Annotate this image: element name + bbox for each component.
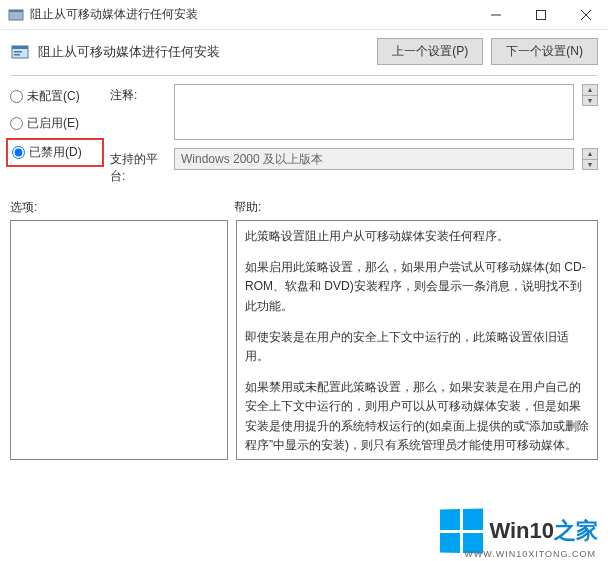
comment-input[interactable] — [174, 84, 574, 140]
comment-label: 注释: — [110, 84, 166, 104]
windows-logo-icon — [440, 508, 483, 553]
next-setting-button[interactable]: 下一个设置(N) — [491, 38, 598, 65]
svg-rect-3 — [536, 10, 545, 19]
watermark-url: WWW.WIN10XITONG.COM — [464, 549, 596, 559]
maximize-button[interactable] — [518, 0, 563, 29]
help-label: 帮助: — [234, 199, 598, 216]
policy-icon — [10, 42, 30, 62]
comment-spin[interactable]: ▲▼ — [582, 84, 598, 106]
platform-value: Windows 2000 及以上版本 — [174, 148, 574, 170]
highlight-box: 已禁用(D) — [6, 138, 104, 167]
options-pane[interactable] — [10, 220, 228, 460]
app-icon — [8, 7, 24, 23]
fields-column: 注释: ▲▼ 支持的平台: Windows 2000 及以上版本 ▲▼ — [110, 84, 598, 185]
radio-disabled-input[interactable] — [12, 146, 25, 159]
platform-row: 支持的平台: Windows 2000 及以上版本 ▲▼ — [110, 148, 598, 185]
radio-not-configured[interactable]: 未配置(C) — [10, 88, 98, 105]
radio-enabled-label: 已启用(E) — [27, 115, 79, 132]
platform-spin[interactable]: ▲▼ — [582, 148, 598, 170]
section-labels: 选项: 帮助: — [0, 185, 608, 220]
window-title: 阻止从可移动媒体进行任何安装 — [30, 6, 473, 23]
radio-disabled-label: 已禁用(D) — [29, 144, 82, 161]
help-p1: 此策略设置阻止用户从可移动媒体安装任何程序。 — [245, 227, 589, 246]
comment-row: 注释: ▲▼ — [110, 84, 598, 140]
window-controls — [473, 0, 608, 29]
prev-setting-button[interactable]: 上一个设置(P) — [377, 38, 483, 65]
radio-enabled-input[interactable] — [10, 117, 23, 130]
help-p2: 如果启用此策略设置，那么，如果用户尝试从可移动媒体(如 CD-ROM、软盘和 D… — [245, 258, 589, 316]
svg-rect-8 — [14, 51, 22, 53]
svg-rect-9 — [14, 54, 20, 56]
help-p3: 即使安装是在用户的安全上下文中运行的，此策略设置依旧适用。 — [245, 328, 589, 366]
state-radio-group: 未配置(C) 已启用(E) 已禁用(D) — [10, 84, 98, 185]
radio-enabled[interactable]: 已启用(E) — [10, 115, 98, 132]
help-pane[interactable]: 此策略设置阻止用户从可移动媒体安装任何程序。 如果启用此策略设置，那么，如果用户… — [236, 220, 598, 460]
platform-label: 支持的平台: — [110, 148, 166, 185]
config-area: 未配置(C) 已启用(E) 已禁用(D) 注释: ▲▼ 支持的平台: Windo… — [0, 84, 608, 185]
minimize-button[interactable] — [473, 0, 518, 29]
titlebar: 阻止从可移动媒体进行任何安装 — [0, 0, 608, 30]
watermark-text: Win10之家 — [489, 516, 598, 546]
panes: 此策略设置阻止用户从可移动媒体安装任何程序。 如果启用此策略设置，那么，如果用户… — [0, 220, 608, 460]
policy-title: 阻止从可移动媒体进行任何安装 — [38, 43, 369, 61]
svg-rect-7 — [12, 46, 28, 49]
watermark: Win10之家 — [439, 509, 598, 553]
radio-not-configured-input[interactable] — [10, 90, 23, 103]
help-p4: 如果禁用或未配置此策略设置，那么，如果安装是在用户自己的安全上下文中运行的，则用… — [245, 378, 589, 455]
watermark-brand-b: 之家 — [554, 518, 598, 543]
radio-not-configured-label: 未配置(C) — [27, 88, 80, 105]
close-button[interactable] — [563, 0, 608, 29]
options-label: 选项: — [10, 199, 234, 216]
radio-disabled[interactable]: 已禁用(D) — [12, 144, 96, 161]
header-row: 阻止从可移动媒体进行任何安装 上一个设置(P) 下一个设置(N) — [0, 30, 608, 75]
separator — [10, 75, 598, 76]
watermark-brand-a: Win10 — [489, 518, 554, 543]
svg-rect-1 — [9, 10, 23, 12]
